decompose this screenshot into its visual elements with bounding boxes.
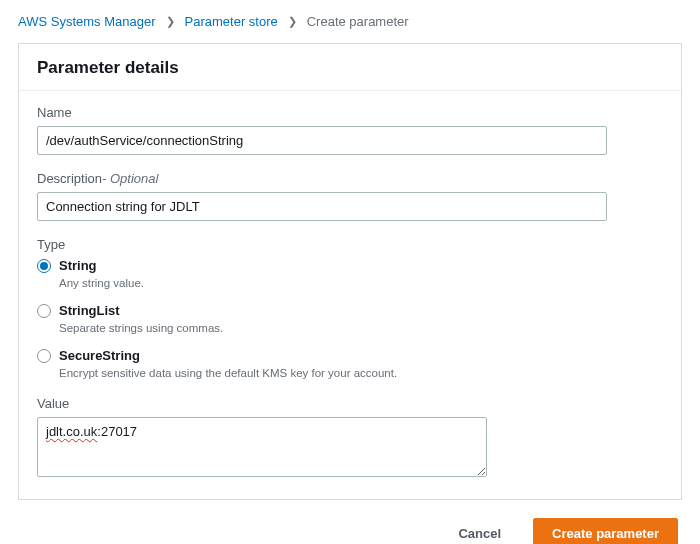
radio-label: SecureString bbox=[59, 348, 397, 365]
description-field: Description- Optional bbox=[37, 171, 663, 221]
description-label: Description- Optional bbox=[37, 171, 663, 186]
panel-header: Parameter details bbox=[19, 44, 681, 90]
type-option-string[interactable]: String Any string value. bbox=[37, 258, 663, 291]
chevron-right-icon: ❯ bbox=[288, 15, 297, 28]
radio-desc: Encrypt sensitive data using the default… bbox=[59, 366, 397, 381]
radio-icon bbox=[37, 259, 51, 273]
type-option-stringlist[interactable]: StringList Separate strings using commas… bbox=[37, 303, 663, 336]
form-footer: Cancel Create parameter bbox=[18, 518, 682, 544]
breadcrumb: AWS Systems Manager ❯ Parameter store ❯ … bbox=[18, 14, 682, 29]
cancel-button[interactable]: Cancel bbox=[440, 519, 519, 544]
type-option-securestring[interactable]: SecureString Encrypt sensitive data usin… bbox=[37, 348, 663, 381]
name-label: Name bbox=[37, 105, 663, 120]
radio-label: String bbox=[59, 258, 144, 275]
type-radio-group: String Any string value. StringList Sepa… bbox=[37, 258, 663, 380]
radio-icon bbox=[37, 349, 51, 363]
name-input[interactable] bbox=[37, 126, 607, 155]
breadcrumb-service-link[interactable]: AWS Systems Manager bbox=[18, 14, 156, 29]
radio-desc: Separate strings using commas. bbox=[59, 321, 223, 336]
name-field: Name bbox=[37, 105, 663, 155]
type-field: Type String Any string value. StringList bbox=[37, 237, 663, 380]
parameter-details-panel: Parameter details Name Description- Opti… bbox=[18, 43, 682, 500]
chevron-right-icon: ❯ bbox=[166, 15, 175, 28]
value-field: Value jdlt.co.uk:27017 bbox=[37, 396, 663, 477]
radio-icon bbox=[37, 304, 51, 318]
breadcrumb-section-link[interactable]: Parameter store bbox=[185, 14, 278, 29]
description-input[interactable] bbox=[37, 192, 607, 221]
type-label: Type bbox=[37, 237, 663, 252]
breadcrumb-current: Create parameter bbox=[307, 14, 409, 29]
radio-desc: Any string value. bbox=[59, 276, 144, 291]
panel-title: Parameter details bbox=[37, 58, 663, 78]
radio-label: StringList bbox=[59, 303, 223, 320]
value-textarea[interactable]: jdlt.co.uk:27017 bbox=[37, 417, 487, 477]
value-label: Value bbox=[37, 396, 663, 411]
create-parameter-button[interactable]: Create parameter bbox=[533, 518, 678, 544]
